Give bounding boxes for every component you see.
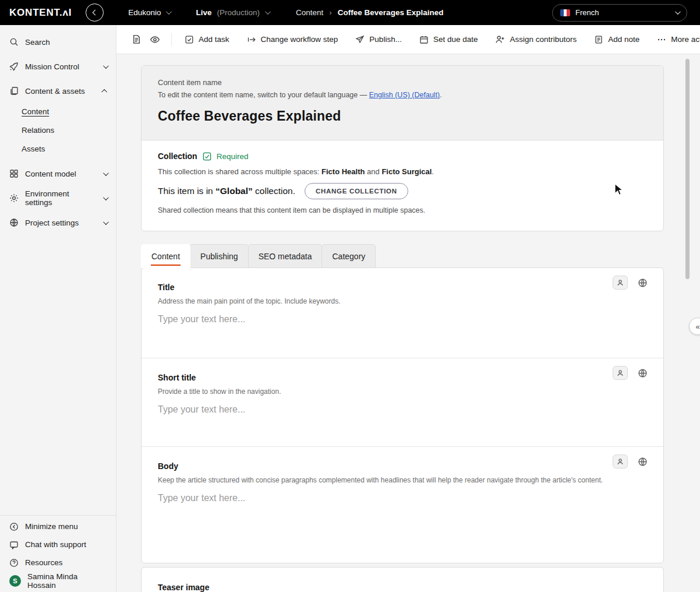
sidebar-item-label: Content (22, 107, 49, 116)
minimize-menu-button[interactable]: Minimize menu (0, 517, 116, 535)
language-label: French (575, 8, 670, 17)
environment-note: (Production) (217, 8, 260, 17)
element-contributors-button[interactable] (613, 366, 628, 380)
sidebar-item-mission-control[interactable]: Mission Control (0, 58, 116, 75)
field-label: Body (158, 461, 647, 471)
element-contributors-button[interactable] (613, 454, 628, 468)
current-suffix: collection. (253, 186, 295, 196)
set-due-date-label: Set due date (433, 35, 478, 44)
element-translation-button[interactable] (635, 454, 649, 468)
current-collection-name: “Global” (215, 186, 253, 196)
person-plus-icon (495, 34, 505, 44)
editor-tabs: Content Publishing SEO metadata Category (141, 244, 376, 268)
user-avatar: S (9, 575, 21, 587)
breadcrumb-content[interactable]: Content (296, 8, 323, 17)
content-assets-submenu: Content Relations Assets (0, 102, 116, 158)
calendar-icon (419, 35, 429, 44)
back-button[interactable] (86, 3, 104, 22)
content-item-editor: Content item name To edit the content it… (116, 54, 700, 592)
rocket-icon (9, 62, 19, 71)
resources-button[interactable]: Resources (0, 554, 116, 572)
element-contributors-button[interactable] (613, 276, 628, 290)
sidebar-item-label: Chat with support (25, 540, 107, 549)
sidebar-subitem-assets[interactable]: Assets (0, 139, 116, 158)
sidebar-item-label: Minimize menu (25, 522, 107, 531)
element-translation-button[interactable] (635, 276, 649, 290)
language-selector[interactable]: French (552, 4, 687, 22)
sidebar-subitem-relations[interactable]: Relations (0, 121, 116, 139)
add-note-button[interactable]: Add note (594, 35, 639, 44)
add-task-label: Add task (199, 35, 229, 44)
eye-icon (150, 34, 160, 45)
title-input[interactable]: Type your text here... (158, 314, 647, 325)
documents-icon (9, 86, 19, 96)
content-details-button[interactable] (127, 30, 146, 49)
person-icon (616, 279, 624, 287)
add-note-label: Add note (608, 35, 639, 44)
collapse-circle-icon (9, 522, 19, 531)
sidebar-item-label: Assets (22, 145, 45, 153)
body-input[interactable]: Type your text here... (158, 493, 647, 503)
assign-contributors-label: Assign contributors (510, 35, 577, 44)
sidebar-item-environment-settings[interactable]: Environment settings (0, 189, 116, 207)
tab-category[interactable]: Category (321, 244, 376, 268)
change-collection-button[interactable]: CHANGE COLLECTION (305, 183, 408, 199)
default-language-link[interactable]: English (US) (Default) (369, 91, 440, 99)
arrow-right-icon (247, 35, 256, 44)
environment-name: Live (196, 8, 211, 17)
user-menu[interactable]: S Samina Minda Hossain (0, 572, 116, 590)
breadcrumb-current-item: Coffee Beverages Explained (338, 8, 444, 17)
chevron-down-icon (166, 9, 172, 15)
sidebar-item-content-model[interactable]: Content model (0, 165, 116, 182)
tab-publishing[interactable]: Publishing (190, 244, 249, 268)
item-name-label: Content item name (158, 78, 647, 87)
collection-label: Collection (158, 151, 197, 161)
change-workflow-label: Change workflow step (261, 35, 338, 44)
sidebar-item-label: Content model (25, 170, 97, 178)
hint-prefix: To edit the content item name, switch to… (158, 91, 369, 99)
sidebar-item-label: Content & assets (25, 87, 97, 96)
field-title: Title Address the main pain point of the… (142, 268, 663, 358)
set-due-date-button[interactable]: Set due date (419, 35, 478, 44)
publish-icon (355, 35, 365, 44)
search-icon (9, 37, 19, 47)
sidebar-item-label: Environment settings (25, 189, 97, 207)
short-title-input[interactable]: Type your text here... (158, 404, 647, 415)
add-task-button[interactable]: Add task (185, 35, 229, 44)
field-hint: Keep the article structured with concise… (158, 476, 647, 484)
preview-button[interactable] (146, 30, 164, 49)
tab-content[interactable]: Content (141, 244, 190, 268)
environment-switcher[interactable]: Live (Production) (196, 8, 269, 17)
sidebar-item-label: Relations (22, 126, 54, 135)
breadcrumb-separator-icon: › (329, 8, 332, 17)
sidebar-item-label: Search (25, 38, 107, 47)
checkbox-icon (185, 35, 194, 44)
field-body: Body Keep the article structured with co… (142, 447, 663, 564)
shared-suffix: . (432, 167, 434, 176)
change-workflow-step-button[interactable]: Change workflow step (247, 35, 338, 44)
project-name: Edukonio (128, 8, 161, 17)
help-circle-icon (9, 558, 19, 568)
element-translation-button[interactable] (635, 366, 649, 380)
vertical-scrollbar[interactable] (685, 59, 690, 279)
chat-with-support-button[interactable]: Chat with support (0, 535, 116, 554)
project-switcher[interactable]: Edukonio (128, 8, 170, 17)
field-hint: Address the main pain point of the topic… (158, 297, 647, 305)
chevron-up-icon (101, 89, 107, 94)
tab-seo-metadata[interactable]: SEO metadata (248, 244, 323, 268)
assign-contributors-button[interactable]: Assign contributors (495, 34, 577, 44)
collection-note: Shared collection means that this conten… (158, 206, 647, 214)
hint-suffix: . (440, 91, 441, 99)
chevron-down-icon (103, 195, 109, 200)
publish-button[interactable]: Publish... (355, 35, 402, 44)
sidebar-item-search[interactable]: Search (0, 33, 116, 51)
chevron-down-icon (675, 9, 681, 15)
sidebar-item-project-settings[interactable]: Project settings (0, 214, 116, 231)
action-toolbar: Add task Change workflow step Publish...… (116, 25, 700, 54)
sidebar-item-content-assets[interactable]: Content & assets (0, 82, 116, 100)
chevron-down-icon (103, 63, 109, 69)
sidebar-subitem-content[interactable]: Content (0, 102, 116, 121)
globe-pen-icon (638, 368, 648, 378)
more-actions-button[interactable]: More actions (657, 35, 700, 44)
ellipsis-icon (657, 35, 666, 44)
